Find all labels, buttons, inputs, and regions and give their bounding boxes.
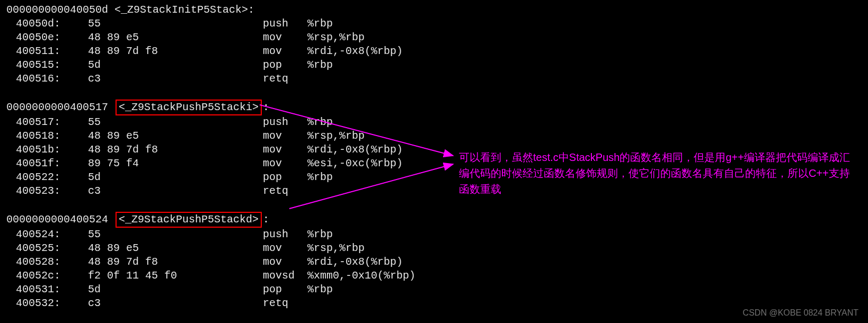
line-mnemonic: push — [263, 228, 307, 241]
symbol-suffix: : — [263, 101, 269, 113]
line-operands: %rbp — [307, 171, 333, 184]
asm-line: 40050d:55push%rbp — [3, 17, 868, 31]
line-bytes: 5d — [88, 58, 263, 72]
line-bytes: 48 89 7d f8 — [88, 143, 263, 157]
line-bytes: 48 89 7d f8 — [88, 255, 263, 269]
line-mnemonic: mov — [263, 255, 307, 269]
line-address: 400515: — [3, 58, 88, 72]
line-address: 40050d: — [3, 17, 88, 31]
asm-line: 40052c:f2 0f 11 45 f0movsd%xmm0,-0x10(%r… — [3, 269, 868, 283]
line-bytes: 48 89 e5 — [88, 31, 263, 44]
line-address: 400518: — [3, 129, 88, 143]
line-operands: %rbp — [307, 17, 333, 31]
line-mnemonic: push — [263, 17, 307, 31]
asm-line: 400511:48 89 7d f8mov%rdi,-0x8(%rbp) — [3, 44, 868, 58]
line-bytes: 48 89 e5 — [88, 129, 263, 143]
line-mnemonic: movsd — [263, 269, 307, 283]
symbol-header: 0000000000400517 <_Z9StackPushP5Stacki>: — [3, 100, 868, 115]
line-mnemonic: pop — [263, 58, 307, 72]
line-mnemonic: retq — [263, 184, 307, 198]
line-operands: %rsp,%rbp — [307, 241, 365, 255]
line-mnemonic: push — [263, 115, 307, 129]
asm-line: 400516:c3retq — [3, 72, 868, 86]
symbol-header: 0000000000400524 <_Z9StackPushP5Stackd>: — [3, 212, 868, 228]
line-mnemonic: retq — [263, 297, 307, 310]
line-bytes: 48 89 7d f8 — [88, 44, 263, 58]
line-bytes: c3 — [88, 184, 263, 198]
line-mnemonic: mov — [263, 157, 307, 171]
line-operands: %rsp,%rbp — [307, 129, 365, 143]
line-address: 400532: — [3, 297, 88, 310]
line-address: 40051f: — [3, 157, 88, 171]
line-bytes: c3 — [88, 297, 263, 310]
watermark: CSDN @KOBE 0824 BRYANT — [743, 308, 858, 318]
line-address: 400531: — [3, 283, 88, 297]
line-mnemonic: mov — [263, 44, 307, 58]
line-address: 400525: — [3, 241, 88, 255]
line-mnemonic: pop — [263, 283, 307, 297]
line-operands: %rbp — [307, 115, 333, 129]
blank-line — [3, 198, 868, 212]
line-operands: %rdi,-0x8(%rbp) — [307, 44, 403, 58]
asm-line: 400517:55push%rbp — [3, 115, 868, 129]
line-bytes: 5d — [88, 283, 263, 297]
annotation-comment: 可以看到，虽然test.c中StackPush的函数名相同，但是用g++编译器把… — [459, 149, 856, 197]
line-operands: %rbp — [307, 283, 333, 297]
line-operands: %esi,-0xc(%rbp) — [307, 157, 403, 171]
line-bytes: f2 0f 11 45 f0 — [88, 269, 263, 283]
line-operands: %xmm0,-0x10(%rbp) — [307, 269, 415, 283]
line-address: 40052c: — [3, 269, 88, 283]
asm-line: 400525:48 89 e5mov%rsp,%rbp — [3, 241, 868, 255]
symbol-address: 0000000000400524 — [3, 213, 108, 226]
line-address: 40050e: — [3, 31, 88, 44]
line-address: 400516: — [3, 72, 88, 86]
line-operands: %rbp — [307, 58, 333, 72]
asm-line: 400515:5dpop%rbp — [3, 58, 868, 72]
line-bytes: 48 89 e5 — [88, 241, 263, 255]
line-operands: %rsp,%rbp — [307, 31, 365, 44]
blank-line — [3, 86, 868, 100]
line-address: 400522: — [3, 171, 88, 184]
symbol-name-highlight-icon: <_Z9StackPushP5Stackd> — [116, 212, 262, 228]
line-bytes: 5d — [88, 171, 263, 184]
line-mnemonic: retq — [263, 72, 307, 86]
symbol-name: <_Z9StackInitP5Stack>: — [114, 4, 254, 16]
symbol-suffix: : — [263, 213, 269, 226]
symbol-header: 000000000040050d <_Z9StackInitP5Stack>: — [3, 3, 868, 17]
line-address: 400523: — [3, 184, 88, 198]
asm-line: 400528:48 89 7d f8mov%rdi,-0x8(%rbp) — [3, 255, 868, 269]
asm-line: 400532:c3retq — [3, 297, 868, 310]
asm-line: 400524:55push%rbp — [3, 228, 868, 241]
line-address: 400524: — [3, 228, 88, 241]
line-address: 400528: — [3, 255, 88, 269]
asm-line: 400531:5dpop%rbp — [3, 283, 868, 297]
line-address: 40051b: — [3, 143, 88, 157]
line-mnemonic: mov — [263, 241, 307, 255]
line-bytes: 55 — [88, 115, 263, 129]
line-mnemonic: mov — [263, 129, 307, 143]
line-mnemonic: mov — [263, 143, 307, 157]
symbol-address: 000000000040050d — [3, 4, 108, 16]
line-mnemonic: pop — [263, 171, 307, 184]
line-bytes: 55 — [88, 228, 263, 241]
line-address: 400511: — [3, 44, 88, 58]
line-address: 400517: — [3, 115, 88, 129]
line-operands: %rbp — [307, 228, 333, 241]
line-mnemonic: mov — [263, 31, 307, 44]
line-bytes: c3 — [88, 72, 263, 86]
asm-line: 400518:48 89 e5mov%rsp,%rbp — [3, 129, 868, 143]
line-bytes: 55 — [88, 17, 263, 31]
symbol-address: 0000000000400517 — [3, 101, 108, 113]
line-operands: %rdi,-0x8(%rbp) — [307, 143, 403, 157]
line-bytes: 89 75 f4 — [88, 157, 263, 171]
asm-line: 40050e:48 89 e5mov%rsp,%rbp — [3, 31, 868, 44]
line-operands: %rdi,-0x8(%rbp) — [307, 255, 403, 269]
symbol-name-highlight-icon: <_Z9StackPushP5Stacki> — [116, 100, 262, 115]
blank-line — [3, 310, 868, 323]
